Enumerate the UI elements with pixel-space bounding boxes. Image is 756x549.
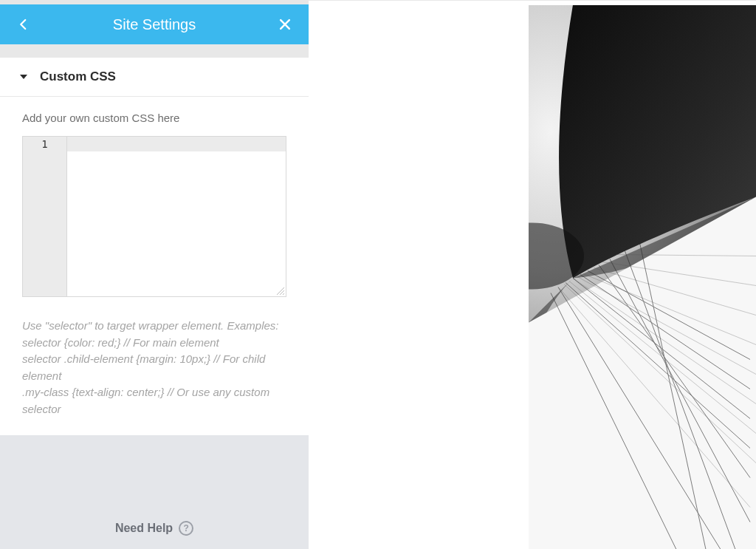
- preview-image: [529, 5, 756, 549]
- close-icon: [278, 17, 292, 32]
- help-icon: ?: [179, 521, 193, 536]
- css-hint-text: Use "selector" to target wrapper element…: [22, 318, 286, 417]
- code-area: [67, 137, 286, 296]
- close-button[interactable]: [276, 16, 294, 33]
- header-spacer: [0, 44, 309, 58]
- app-root: Site Settings Custom CSS Add your own cu…: [0, 0, 756, 549]
- settings-sidebar: Site Settings Custom CSS Add your own cu…: [0, 0, 309, 549]
- section-title: Custom CSS: [40, 69, 116, 84]
- css-code-editor[interactable]: 1: [22, 136, 286, 297]
- caret-down-icon: [19, 72, 28, 81]
- svg-marker-2: [20, 75, 27, 79]
- line-number: 1: [23, 137, 66, 150]
- page-preview: [309, 0, 756, 549]
- need-help-link[interactable]: Need Help ?: [0, 508, 309, 549]
- custom-css-section-header[interactable]: Custom CSS: [0, 58, 309, 97]
- custom-css-section-body: Add your own custom CSS here 1 Use "sele…: [0, 97, 309, 435]
- css-input[interactable]: [67, 137, 286, 296]
- section-intro: Add your own custom CSS here: [22, 112, 286, 124]
- back-button[interactable]: [15, 16, 32, 33]
- code-gutter: 1: [23, 137, 67, 296]
- chevron-left-icon: [17, 18, 30, 31]
- panel-header: Site Settings: [0, 4, 309, 44]
- panel-title: Site Settings: [32, 16, 276, 33]
- sidebar-footer: Need Help ?: [0, 435, 309, 549]
- need-help-label: Need Help: [115, 522, 173, 535]
